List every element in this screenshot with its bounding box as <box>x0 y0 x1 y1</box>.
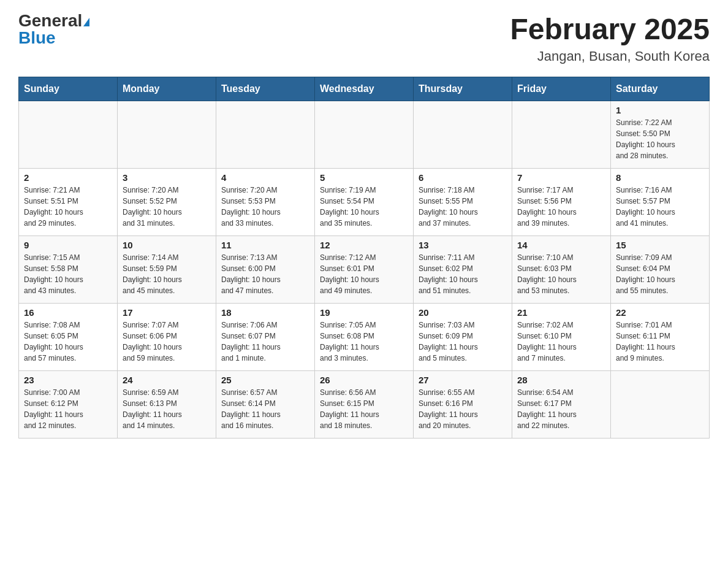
day-info: Sunrise: 6:54 AM Sunset: 6:17 PM Dayligh… <box>517 387 605 431</box>
calendar-cell: 22Sunrise: 7:01 AM Sunset: 6:11 PM Dayli… <box>611 304 710 371</box>
weekday-header-thursday: Thursday <box>414 77 512 101</box>
day-number: 23 <box>24 375 112 385</box>
day-info: Sunrise: 7:00 AM Sunset: 6:12 PM Dayligh… <box>24 387 112 431</box>
title-block: February 2025 Jangan, Busan, South Korea <box>510 12 710 64</box>
day-number: 9 <box>24 240 112 250</box>
calendar-cell: 26Sunrise: 6:56 AM Sunset: 6:15 PM Dayli… <box>315 371 414 439</box>
day-info: Sunrise: 7:13 AM Sunset: 6:00 PM Dayligh… <box>221 252 309 296</box>
calendar-cell: 18Sunrise: 7:06 AM Sunset: 6:07 PM Dayli… <box>216 304 315 371</box>
calendar-cell: 21Sunrise: 7:02 AM Sunset: 6:10 PM Dayli… <box>512 304 611 371</box>
day-number: 17 <box>123 307 211 318</box>
day-number: 21 <box>517 307 605 318</box>
day-number: 16 <box>24 307 112 318</box>
calendar-title: February 2025 <box>510 12 710 46</box>
day-info: Sunrise: 7:18 AM Sunset: 5:55 PM Dayligh… <box>419 185 507 229</box>
calendar-cell <box>19 101 118 169</box>
day-number: 22 <box>616 307 704 318</box>
calendar-cell: 9Sunrise: 7:15 AM Sunset: 5:58 PM Daylig… <box>19 236 118 304</box>
calendar-cell <box>118 101 216 169</box>
calendar-table: SundayMondayTuesdayWednesdayThursdayFrid… <box>18 77 710 439</box>
day-info: Sunrise: 6:55 AM Sunset: 6:16 PM Dayligh… <box>419 387 507 431</box>
day-number: 19 <box>320 307 408 318</box>
page-header: General Blue February 2025 Jangan, Busan… <box>18 12 710 64</box>
day-number: 24 <box>123 375 211 385</box>
day-info: Sunrise: 7:19 AM Sunset: 5:54 PM Dayligh… <box>320 185 408 229</box>
calendar-cell: 16Sunrise: 7:08 AM Sunset: 6:05 PM Dayli… <box>19 304 118 371</box>
day-info: Sunrise: 7:03 AM Sunset: 6:09 PM Dayligh… <box>419 320 507 364</box>
day-info: Sunrise: 6:57 AM Sunset: 6:14 PM Dayligh… <box>221 387 309 431</box>
logo-triangle-icon <box>83 18 89 26</box>
day-info: Sunrise: 7:16 AM Sunset: 5:57 PM Dayligh… <box>616 185 704 229</box>
day-number: 4 <box>221 172 309 183</box>
logo-blue-row: Blue <box>18 29 56 47</box>
day-number: 12 <box>320 240 408 250</box>
day-info: Sunrise: 6:59 AM Sunset: 6:13 PM Dayligh… <box>123 387 211 431</box>
day-info: Sunrise: 7:17 AM Sunset: 5:56 PM Dayligh… <box>517 185 605 229</box>
day-info: Sunrise: 7:06 AM Sunset: 6:07 PM Dayligh… <box>221 320 309 364</box>
calendar-cell: 12Sunrise: 7:12 AM Sunset: 6:01 PM Dayli… <box>315 236 414 304</box>
calendar-cell: 7Sunrise: 7:17 AM Sunset: 5:56 PM Daylig… <box>512 169 611 236</box>
calendar-cell: 8Sunrise: 7:16 AM Sunset: 5:57 PM Daylig… <box>611 169 710 236</box>
day-number: 6 <box>419 172 507 183</box>
calendar-subtitle: Jangan, Busan, South Korea <box>510 48 710 64</box>
calendar-cell <box>216 101 315 169</box>
calendar-cell <box>414 101 512 169</box>
day-number: 26 <box>320 375 408 385</box>
day-info: Sunrise: 7:22 AM Sunset: 5:50 PM Dayligh… <box>616 117 704 161</box>
logo-blue-text: Blue <box>18 28 56 47</box>
day-number: 15 <box>616 240 704 250</box>
calendar-cell: 20Sunrise: 7:03 AM Sunset: 6:09 PM Dayli… <box>414 304 512 371</box>
calendar-cell: 3Sunrise: 7:20 AM Sunset: 5:52 PM Daylig… <box>118 169 216 236</box>
day-number: 8 <box>616 172 704 183</box>
day-number: 14 <box>517 240 605 250</box>
calendar-week-2: 2Sunrise: 7:21 AM Sunset: 5:51 PM Daylig… <box>19 169 710 236</box>
day-number: 1 <box>616 105 704 115</box>
calendar-cell: 24Sunrise: 6:59 AM Sunset: 6:13 PM Dayli… <box>118 371 216 439</box>
calendar-cell: 2Sunrise: 7:21 AM Sunset: 5:51 PM Daylig… <box>19 169 118 236</box>
day-info: Sunrise: 7:01 AM Sunset: 6:11 PM Dayligh… <box>616 320 704 364</box>
calendar-cell: 25Sunrise: 6:57 AM Sunset: 6:14 PM Dayli… <box>216 371 315 439</box>
day-number: 3 <box>123 172 211 183</box>
calendar-week-3: 9Sunrise: 7:15 AM Sunset: 5:58 PM Daylig… <box>19 236 710 304</box>
calendar-cell: 15Sunrise: 7:09 AM Sunset: 6:04 PM Dayli… <box>611 236 710 304</box>
calendar-cell: 28Sunrise: 6:54 AM Sunset: 6:17 PM Dayli… <box>512 371 611 439</box>
calendar-cell <box>611 371 710 439</box>
weekday-header-saturday: Saturday <box>611 77 710 101</box>
weekday-header-sunday: Sunday <box>19 77 118 101</box>
day-number: 18 <box>221 307 309 318</box>
day-info: Sunrise: 7:09 AM Sunset: 6:04 PM Dayligh… <box>616 252 704 296</box>
calendar-cell <box>315 101 414 169</box>
day-number: 13 <box>419 240 507 250</box>
day-number: 7 <box>517 172 605 183</box>
day-info: Sunrise: 7:07 AM Sunset: 6:06 PM Dayligh… <box>123 320 211 364</box>
day-info: Sunrise: 7:20 AM Sunset: 5:53 PM Dayligh… <box>221 185 309 229</box>
calendar-cell: 1Sunrise: 7:22 AM Sunset: 5:50 PM Daylig… <box>611 101 710 169</box>
day-info: Sunrise: 7:21 AM Sunset: 5:51 PM Dayligh… <box>24 185 112 229</box>
calendar-week-1: 1Sunrise: 7:22 AM Sunset: 5:50 PM Daylig… <box>19 101 710 169</box>
calendar-cell: 27Sunrise: 6:55 AM Sunset: 6:16 PM Dayli… <box>414 371 512 439</box>
day-number: 27 <box>419 375 507 385</box>
day-number: 2 <box>24 172 112 183</box>
calendar-header: SundayMondayTuesdayWednesdayThursdayFrid… <box>19 77 710 101</box>
weekday-header-wednesday: Wednesday <box>315 77 414 101</box>
calendar-week-4: 16Sunrise: 7:08 AM Sunset: 6:05 PM Dayli… <box>19 304 710 371</box>
calendar-cell: 11Sunrise: 7:13 AM Sunset: 6:00 PM Dayli… <box>216 236 315 304</box>
day-info: Sunrise: 7:05 AM Sunset: 6:08 PM Dayligh… <box>320 320 408 364</box>
day-info: Sunrise: 7:15 AM Sunset: 5:58 PM Dayligh… <box>24 252 112 296</box>
day-info: Sunrise: 7:14 AM Sunset: 5:59 PM Dayligh… <box>123 252 211 296</box>
logo-general-row: General <box>18 12 89 29</box>
calendar-cell: 6Sunrise: 7:18 AM Sunset: 5:55 PM Daylig… <box>414 169 512 236</box>
day-info: Sunrise: 7:20 AM Sunset: 5:52 PM Dayligh… <box>123 185 211 229</box>
calendar-cell: 14Sunrise: 7:10 AM Sunset: 6:03 PM Dayli… <box>512 236 611 304</box>
calendar-cell: 19Sunrise: 7:05 AM Sunset: 6:08 PM Dayli… <box>315 304 414 371</box>
calendar-week-5: 23Sunrise: 7:00 AM Sunset: 6:12 PM Dayli… <box>19 371 710 439</box>
day-info: Sunrise: 7:08 AM Sunset: 6:05 PM Dayligh… <box>24 320 112 364</box>
day-info: Sunrise: 7:11 AM Sunset: 6:02 PM Dayligh… <box>419 252 507 296</box>
calendar-cell: 13Sunrise: 7:11 AM Sunset: 6:02 PM Dayli… <box>414 236 512 304</box>
logo: General Blue <box>18 12 89 47</box>
calendar-body: 1Sunrise: 7:22 AM Sunset: 5:50 PM Daylig… <box>19 101 710 439</box>
day-info: Sunrise: 7:12 AM Sunset: 6:01 PM Dayligh… <box>320 252 408 296</box>
day-number: 10 <box>123 240 211 250</box>
day-info: Sunrise: 7:02 AM Sunset: 6:10 PM Dayligh… <box>517 320 605 364</box>
day-number: 28 <box>517 375 605 385</box>
